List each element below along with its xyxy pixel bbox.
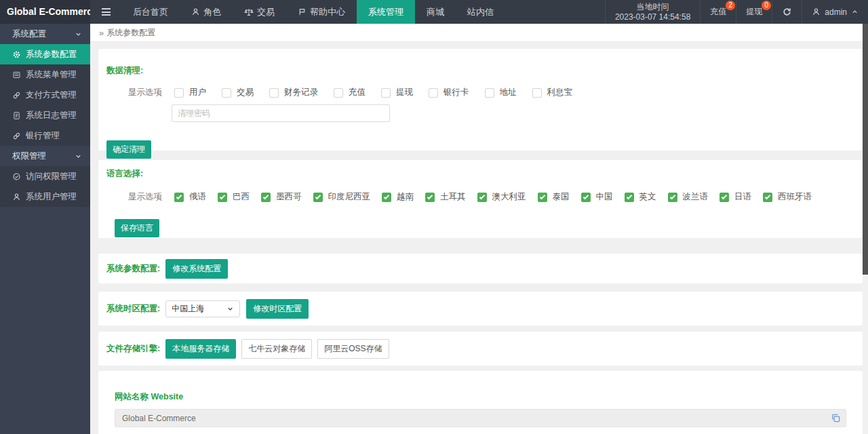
system-params-title: 系统参数配置: bbox=[106, 263, 160, 275]
check-icon bbox=[479, 193, 484, 199]
nav-item-site-messages[interactable]: 站内信 bbox=[456, 0, 505, 24]
storage-engine-title: 文件存储引擎: bbox=[106, 343, 160, 355]
user-menu[interactable]: admin bbox=[802, 0, 868, 24]
checkbox-lang-mexico[interactable]: 墨西哥 bbox=[261, 191, 302, 203]
sidebar-toggle-button[interactable] bbox=[90, 0, 121, 24]
checkbox-lang-brazil[interactable]: 巴西 bbox=[218, 191, 250, 203]
nav-item-dashboard[interactable]: 后台首页 bbox=[121, 0, 180, 24]
topbar: Global E-Commerce... 后台首页 角色 交易 帮助中心 系统管 bbox=[0, 0, 868, 24]
sidebar-item-payment-method-management[interactable]: 支付方式管理 bbox=[0, 85, 90, 105]
app-logo: Global E-Commerce... bbox=[0, 0, 90, 24]
content-area: 数据清理: 显示选项 用户 交易 财务记录 充值 提现 银行卡 地址 利息宝 确… bbox=[90, 42, 868, 434]
checkbox-recharge[interactable]: 充值 bbox=[334, 87, 366, 98]
checkbox-lang-china[interactable]: 中国 bbox=[581, 191, 613, 203]
person-icon bbox=[191, 7, 200, 16]
storage-qiniu-button[interactable]: 七牛云对象存储 bbox=[241, 339, 312, 359]
sidebar-group-system-config[interactable]: 系统配置 bbox=[0, 24, 90, 44]
checkbox-interest[interactable]: 利息宝 bbox=[532, 87, 573, 98]
timezone-select[interactable]: 中国上海 bbox=[165, 300, 240, 317]
local-time-value: 2023-03-07 14:54:58 bbox=[615, 12, 690, 22]
sidebar-item-access-permission-management[interactable]: 访问权限管理 bbox=[0, 166, 90, 186]
checkbox-box bbox=[381, 88, 391, 98]
recharge-badge: 2 bbox=[726, 1, 735, 10]
local-time: 当地时间 2023-03-07 14:54:58 bbox=[605, 0, 700, 24]
refresh-button[interactable] bbox=[772, 0, 802, 24]
checkbox-box bbox=[334, 88, 343, 98]
chevron-down-icon bbox=[75, 31, 82, 38]
scales-icon bbox=[244, 7, 254, 17]
nav-item-mall[interactable]: 商城 bbox=[415, 0, 456, 24]
scrollbar-thumb[interactable] bbox=[863, 24, 868, 275]
flag-icon bbox=[298, 7, 307, 16]
recharge-button[interactable]: 充值 2 bbox=[700, 0, 736, 24]
checkbox-checked bbox=[261, 193, 271, 202]
checkbox-lang-australia[interactable]: 澳大利亚 bbox=[477, 191, 526, 203]
checkbox-lang-thailand[interactable]: 泰国 bbox=[538, 191, 570, 203]
save-language-button[interactable]: 保存语言 bbox=[115, 219, 159, 237]
timezone-selected-value: 中国上海 bbox=[172, 303, 204, 315]
check-icon bbox=[263, 193, 269, 199]
check-icon bbox=[539, 193, 545, 199]
confirm-clean-button[interactable]: 确定清理 bbox=[106, 140, 151, 159]
username: admin bbox=[825, 7, 847, 17]
checkbox-finance-record[interactable]: 财务记录 bbox=[269, 87, 318, 98]
checkbox-lang-indonesia[interactable]: 印度尼西亚 bbox=[313, 191, 371, 203]
sidebar-item-system-menu-management[interactable]: 系统菜单管理 bbox=[0, 64, 90, 85]
withdraw-badge: 0 bbox=[762, 1, 771, 10]
withdraw-button[interactable]: 提现 0 bbox=[736, 0, 772, 24]
data-clean-options-row: 显示选项 用户 交易 财务记录 充值 提现 银行卡 地址 利息宝 bbox=[128, 87, 854, 98]
checkbox-lang-vietnam[interactable]: 越南 bbox=[382, 191, 414, 203]
sidebar-item-system-user-management[interactable]: 系统用户管理 bbox=[0, 186, 90, 207]
person-icon bbox=[12, 193, 21, 201]
local-time-label: 当地时间 bbox=[637, 2, 669, 12]
nav-item-trade[interactable]: 交易 bbox=[233, 0, 286, 24]
checkbox-trade[interactable]: 交易 bbox=[222, 87, 254, 98]
checkbox-checked bbox=[625, 193, 634, 202]
checkbox-checked bbox=[477, 193, 487, 202]
breadcrumb-current: 系统参数配置 bbox=[106, 27, 155, 39]
checkbox-lang-turkey[interactable]: 土耳其 bbox=[425, 191, 466, 203]
options-label: 显示选项 bbox=[128, 191, 162, 203]
copy-icon[interactable] bbox=[831, 413, 841, 423]
modify-system-config-button[interactable]: 修改系统配置 bbox=[165, 259, 228, 279]
checkbox-checked bbox=[218, 193, 227, 202]
link-icon bbox=[12, 132, 21, 140]
sidebar-item-system-param-config[interactable]: 系统参数配置 bbox=[0, 44, 90, 64]
storage-aliyun-oss-button[interactable]: 阿里云OSS存储 bbox=[317, 339, 389, 359]
website-name-input[interactable] bbox=[115, 409, 846, 427]
check-icon bbox=[427, 193, 433, 199]
menu-panel-icon bbox=[12, 71, 21, 79]
check-icon bbox=[626, 193, 631, 199]
check-icon bbox=[384, 193, 389, 199]
checkbox-lang-spanish[interactable]: 西班牙语 bbox=[763, 191, 812, 203]
options-label: 显示选项 bbox=[128, 87, 162, 98]
sidebar-item-bank-management[interactable]: 银行管理 bbox=[0, 125, 90, 146]
check-icon bbox=[669, 193, 675, 199]
breadcrumb: 系统参数配置 bbox=[90, 24, 868, 42]
checkbox-bank-card[interactable]: 银行卡 bbox=[429, 87, 469, 98]
checkbox-withdraw[interactable]: 提现 bbox=[381, 87, 413, 98]
checkbox-box bbox=[174, 88, 184, 98]
timezone-title: 系统时区配置: bbox=[106, 303, 160, 315]
sidebar-item-system-log-management[interactable]: 系统日志管理 bbox=[0, 105, 90, 125]
checkbox-address[interactable]: 地址 bbox=[485, 87, 517, 98]
storage-local-button[interactable]: 本地服务器存储 bbox=[165, 339, 236, 359]
modify-timezone-button[interactable]: 修改时区配置 bbox=[246, 299, 309, 319]
checkbox-checked bbox=[668, 193, 677, 202]
checkbox-box bbox=[222, 88, 231, 98]
checkbox-lang-english[interactable]: 英文 bbox=[625, 191, 656, 203]
chevron-down-icon bbox=[75, 153, 82, 160]
main-content: 系统参数配置 数据清理: 显示选项 用户 交易 财务记录 充值 提现 银行卡 地… bbox=[90, 24, 868, 434]
checkbox-user[interactable]: 用户 bbox=[174, 87, 206, 98]
checkbox-lang-japanese[interactable]: 日语 bbox=[719, 191, 751, 203]
clean-password-input[interactable] bbox=[172, 104, 390, 122]
sidebar-group-permission-management[interactable]: 权限管理 bbox=[0, 146, 90, 166]
checkbox-lang-polish[interactable]: 波兰语 bbox=[668, 191, 709, 203]
language-options-row: 显示选项 俄语 巴西 墨西哥 印度尼西亚 越南 土耳其 澳大利亚 泰国 中国 英… bbox=[128, 191, 854, 203]
nav-item-roles[interactable]: 角色 bbox=[180, 0, 233, 24]
check-icon bbox=[583, 193, 588, 199]
nav-item-help-center[interactable]: 帮助中心 bbox=[286, 0, 357, 24]
nav-item-system-management[interactable]: 系统管理 bbox=[357, 0, 415, 24]
page-scrollbar[interactable] bbox=[863, 24, 868, 434]
checkbox-lang-russian[interactable]: 俄语 bbox=[174, 191, 206, 203]
